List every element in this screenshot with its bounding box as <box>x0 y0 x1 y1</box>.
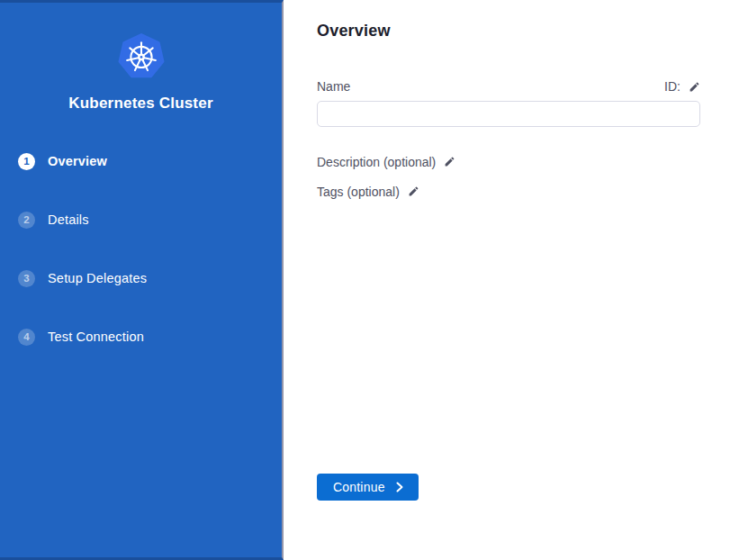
step-label: Setup Delegates <box>48 271 147 285</box>
id-label: ID: <box>664 79 680 94</box>
description-label: Description (optional) <box>317 155 436 169</box>
overview-form: Name ID: Description (optional) Tags (op… <box>317 79 700 199</box>
step-details[interactable]: 2 Details <box>18 211 282 229</box>
edit-tags-icon[interactable] <box>408 185 419 197</box>
edit-id-icon[interactable] <box>689 81 700 93</box>
step-number-badge: 4 <box>18 329 35 346</box>
step-label: Details <box>48 212 89 227</box>
wizard-steps: 1 Overview 2 Details 3 Setup Delegates 4… <box>0 152 282 386</box>
chevron-right-icon <box>395 482 404 492</box>
tags-row: Tags (optional) <box>317 184 700 199</box>
step-setup-delegates[interactable]: 3 Setup Delegates <box>18 269 282 287</box>
id-group: ID: <box>664 79 700 94</box>
connector-wizard: Kubernetes Cluster 1 Overview 2 Details … <box>0 0 730 560</box>
edit-description-icon[interactable] <box>444 156 455 167</box>
step-test-connection[interactable]: 4 Test Connection <box>18 328 282 346</box>
step-label: Overview <box>48 154 107 168</box>
tags-label: Tags (optional) <box>317 185 400 199</box>
name-input[interactable] <box>317 101 700 127</box>
page-title: Overview <box>317 22 700 41</box>
step-number-badge: 1 <box>18 153 35 170</box>
name-label-row: Name ID: <box>317 79 700 94</box>
kubernetes-logo-icon <box>0 3 282 80</box>
description-row: Description (optional) <box>317 154 700 169</box>
wizard-sidebar: Kubernetes Cluster 1 Overview 2 Details … <box>0 0 284 560</box>
step-number-badge: 2 <box>18 212 35 229</box>
overview-panel: Overview Name ID: Description (optional) <box>284 0 730 560</box>
continue-button[interactable]: Continue <box>317 474 419 501</box>
connector-type-title: Kubernetes Cluster <box>0 95 282 113</box>
step-number-badge: 3 <box>18 270 35 287</box>
name-label: Name <box>317 79 350 94</box>
step-label: Test Connection <box>48 330 144 344</box>
continue-button-label: Continue <box>333 480 385 494</box>
step-overview[interactable]: 1 Overview <box>18 152 282 170</box>
